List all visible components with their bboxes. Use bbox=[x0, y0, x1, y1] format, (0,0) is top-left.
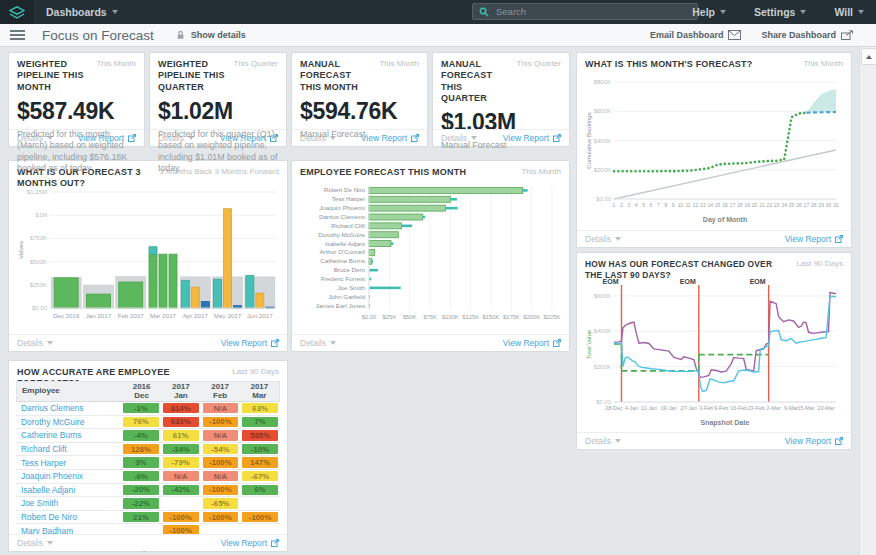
view-report-link[interactable]: View Report bbox=[785, 436, 843, 446]
employee-link[interactable]: Dorothy McGuire bbox=[16, 417, 121, 427]
employee-link[interactable]: Joaquin Phoenix bbox=[16, 471, 121, 481]
accuracy-cell: -4% bbox=[123, 430, 159, 440]
search-input[interactable] bbox=[494, 5, 697, 18]
view-report-link[interactable]: View Report bbox=[503, 338, 561, 348]
svg-text:$750K: $750K bbox=[30, 235, 47, 241]
table-row: Joaquin Phoenix-6%N/AN/A-67% bbox=[16, 470, 280, 484]
employee-link[interactable]: Tess Harper bbox=[16, 458, 121, 468]
svg-text:Day of Month: Day of Month bbox=[703, 216, 747, 224]
svg-text:20: 20 bbox=[752, 202, 758, 208]
external-link-icon bbox=[271, 539, 279, 547]
chevron-down-icon bbox=[47, 341, 53, 345]
accuracy-cell bbox=[163, 498, 199, 508]
accuracy-cell: -42% bbox=[163, 485, 199, 495]
details-toggle[interactable]: Details bbox=[17, 538, 53, 548]
card-month-forecast: WHAT IS THIS MONTH'S FORECAST?This Month… bbox=[576, 52, 852, 248]
details-toggle[interactable]: Details bbox=[585, 234, 621, 244]
employee-link[interactable]: Joe Smith bbox=[16, 498, 121, 508]
kpi-title: MANUAL FORECAST THIS QUARTER bbox=[441, 59, 511, 104]
svg-text:7: 7 bbox=[657, 202, 660, 208]
user-menu[interactable]: Will bbox=[834, 6, 864, 18]
svg-text:25: 25 bbox=[789, 202, 795, 208]
email-icon bbox=[728, 30, 741, 40]
accuracy-cell: -10% bbox=[242, 444, 278, 454]
svg-text:26: 26 bbox=[796, 202, 802, 208]
svg-text:28-Dec: 28-Dec bbox=[605, 405, 623, 411]
view-report-link[interactable]: View Report bbox=[221, 538, 279, 548]
view-report-link[interactable]: View Report bbox=[785, 234, 843, 244]
svg-text:$150K: $150K bbox=[483, 314, 500, 320]
svg-text:Isabelle Adjani: Isabelle Adjani bbox=[325, 240, 365, 247]
svg-text:Joe Smith: Joe Smith bbox=[337, 284, 365, 291]
accuracy-cell: -22% bbox=[123, 498, 159, 508]
details-toggle[interactable]: Details bbox=[585, 436, 621, 446]
accuracy-cell: -100% bbox=[203, 485, 239, 495]
show-details-button[interactable]: Show details bbox=[191, 30, 246, 40]
external-link-icon bbox=[553, 339, 561, 347]
svg-text:$50K: $50K bbox=[403, 314, 417, 320]
table-row: Isabelle Adjani-20%-42%-100%6% bbox=[16, 484, 280, 498]
details-toggle[interactable]: Details bbox=[300, 338, 336, 348]
card-employee-forecast: EMPLOYEE FORECAST THIS MONTHThis Month $… bbox=[291, 160, 570, 352]
accuracy-cell: -20% bbox=[123, 485, 159, 495]
accuracy-cell: 814% bbox=[163, 403, 199, 413]
user-menu-label: Will bbox=[834, 6, 853, 18]
svg-text:$200K: $200K bbox=[523, 314, 540, 320]
svg-text:John Garfield: John Garfield bbox=[328, 293, 365, 300]
vertical-scrollbar[interactable] bbox=[859, 47, 876, 555]
svg-text:19: 19 bbox=[744, 202, 750, 208]
svg-text:$500K: $500K bbox=[30, 259, 47, 265]
svg-text:Mar 2017: Mar 2017 bbox=[150, 312, 177, 319]
card-title: WHAT IS THIS MONTH'S FORECAST? bbox=[585, 59, 752, 70]
svg-text:James Earl Jones: James Earl Jones bbox=[316, 302, 365, 309]
employee-link[interactable]: Darrius Clemens bbox=[16, 403, 121, 413]
employee-link[interactable]: Isabelle Adjani bbox=[16, 485, 121, 495]
chevron-down-icon bbox=[615, 237, 621, 241]
card-period: This Month bbox=[803, 59, 843, 68]
svg-text:17: 17 bbox=[730, 202, 736, 208]
brand-logo[interactable] bbox=[0, 0, 34, 24]
settings-menu[interactable]: Settings bbox=[754, 6, 806, 18]
hamburger-menu-icon[interactable] bbox=[10, 30, 25, 40]
search-box[interactable] bbox=[472, 3, 698, 20]
employee-link[interactable]: Richard Clift bbox=[16, 444, 121, 454]
kpi-card-manual-month: MANUAL FORECAST THIS MONTHThis Month $59… bbox=[291, 52, 428, 147]
svg-text:Apr 2017: Apr 2017 bbox=[183, 312, 209, 319]
email-dashboard-label: Email Dashboard bbox=[650, 30, 724, 40]
svg-text:18: 18 bbox=[737, 202, 743, 208]
view-report-link[interactable]: View Report bbox=[221, 338, 279, 348]
svg-text:6: 6 bbox=[650, 202, 653, 208]
svg-text:15: 15 bbox=[715, 202, 721, 208]
forecast-changed-chart: $0.00$200K$400K$600K28-Dec4-Jan11-Jan19-… bbox=[584, 274, 844, 432]
svg-text:24: 24 bbox=[781, 202, 787, 208]
svg-text:Richard Clift: Richard Clift bbox=[331, 222, 365, 229]
employee-link[interactable]: Catherine Burns bbox=[16, 430, 121, 440]
svg-text:12: 12 bbox=[693, 202, 699, 208]
accuracy-cell: -67% bbox=[242, 471, 278, 481]
svg-text:$1.25M: $1.25M bbox=[27, 189, 47, 195]
svg-text:3: 3 bbox=[627, 202, 630, 208]
svg-text:Snapshot Date: Snapshot Date bbox=[700, 419, 749, 427]
card-title: EMPLOYEE FORECAST THIS MONTH bbox=[300, 167, 466, 178]
kpi-title: WEIGHTED PIPELINE THIS QUARTER bbox=[158, 59, 228, 93]
employee-link[interactable]: Robert De Niro bbox=[16, 512, 121, 522]
accuracy-cell: 3% bbox=[123, 457, 159, 467]
svg-text:$225K: $225K bbox=[544, 314, 561, 320]
svg-text:Bruce Dern: Bruce Dern bbox=[334, 266, 366, 273]
help-menu[interactable]: Help bbox=[692, 6, 726, 18]
accuracy-cell: N/A bbox=[203, 471, 239, 481]
scroll-up-button[interactable] bbox=[861, 48, 876, 65]
svg-text:$200K: $200K bbox=[594, 364, 611, 370]
dashboards-menu[interactable]: Dashboards bbox=[46, 0, 118, 24]
kpi-value: $1.02M bbox=[150, 93, 286, 125]
kpi-period: This Month bbox=[96, 59, 136, 68]
forecast-3mo-chart: $0.00$250K$500K$750K$1M$1.25MDec 2016Jan… bbox=[16, 182, 282, 332]
svg-text:16: 16 bbox=[722, 202, 728, 208]
svg-text:21: 21 bbox=[759, 202, 765, 208]
email-dashboard-button[interactable]: Email Dashboard bbox=[650, 30, 742, 40]
external-link-icon bbox=[835, 235, 843, 243]
share-dashboard-button[interactable]: Share Dashboard bbox=[761, 30, 854, 40]
kpi-card-weighted-quarter: WEIGHTED PIPELINE THIS QUARTERThis Quart… bbox=[149, 52, 287, 147]
details-toggle[interactable]: Details bbox=[17, 338, 53, 348]
svg-text:16-Feb: 16-Feb bbox=[730, 405, 747, 411]
